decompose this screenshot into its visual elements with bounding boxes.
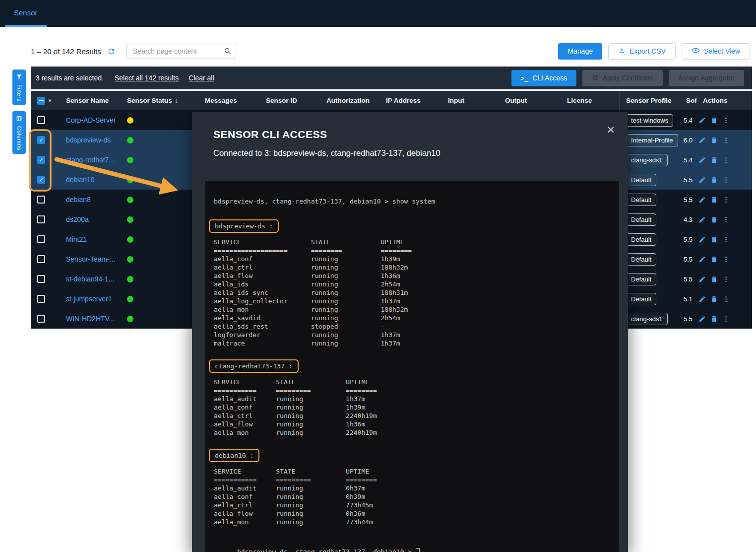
sensor-profile-chip[interactable]: Default <box>626 273 656 285</box>
delete-icon[interactable] <box>710 117 718 124</box>
sensor-name-link[interactable]: ctang-redhat7... <box>66 156 115 164</box>
sensor-name-link[interactable]: bdspreview-ds <box>66 136 111 144</box>
clear-all-link[interactable]: Clear all <box>189 74 214 82</box>
sensor-profile-chip[interactable]: Default <box>626 293 656 305</box>
close-icon[interactable]: ✕ <box>606 125 615 135</box>
manage-button[interactable]: Manage <box>558 43 602 60</box>
column-header-sensor-status[interactable]: Sensor Status↓ <box>121 97 198 104</box>
sensor-profile-chip[interactable]: test-windows <box>626 114 673 127</box>
edit-icon[interactable] <box>698 196 706 204</box>
select-all-link[interactable]: Select all 142 results <box>115 74 179 82</box>
delete-icon[interactable] <box>710 276 718 283</box>
edit-icon[interactable] <box>698 276 706 283</box>
column-header-messages[interactable]: Messages <box>198 97 259 104</box>
more-actions-icon[interactable] <box>722 137 730 144</box>
cli-access-button[interactable]: >_ CLI Access <box>511 70 577 86</box>
column-header-output[interactable]: Output <box>499 97 561 104</box>
column-header-input[interactable]: Input <box>441 97 499 104</box>
delete-icon[interactable] <box>710 236 718 243</box>
sensor-name-link[interactable]: Corp-AD-Server <box>66 116 116 124</box>
sensor-profile-cell: Default <box>619 170 680 190</box>
select-all-checkbox[interactable] <box>37 97 45 105</box>
export-csv-button[interactable]: Export CSV <box>608 43 676 60</box>
edit-icon[interactable] <box>698 295 706 303</box>
row-checkbox[interactable] <box>37 315 45 323</box>
more-actions-icon[interactable] <box>722 176 730 184</box>
sensor-profile-chip[interactable]: ctang-sds1 <box>626 154 668 166</box>
sensor-profile-chip[interactable]: Default <box>626 174 656 186</box>
row-checkbox[interactable] <box>37 255 45 263</box>
sensor-name-link[interactable]: ds200a <box>66 215 89 223</box>
sensor-name-link[interactable]: debian10 <box>66 176 95 184</box>
sensor-name-link[interactable]: debian8 <box>66 196 91 204</box>
cli-terminal[interactable]: bdspreview-ds, ctang-redhat73-137, debia… <box>205 181 619 552</box>
edit-icon[interactable] <box>698 256 706 263</box>
more-actions-icon[interactable] <box>722 256 730 263</box>
edit-icon[interactable] <box>698 315 706 323</box>
refresh-icon[interactable] <box>107 47 116 56</box>
sensor-profile-chip[interactable]: ctang-sds1 <box>626 313 668 325</box>
filters-panel-button[interactable]: Filters <box>12 69 26 105</box>
edit-icon[interactable] <box>698 156 706 164</box>
edit-icon[interactable] <box>698 236 706 243</box>
more-actions-icon[interactable] <box>722 216 730 223</box>
sensor-name-cell: debian10 <box>60 176 121 184</box>
more-actions-icon[interactable] <box>722 156 730 164</box>
checkbox-menu-caret[interactable]: ▾ <box>49 98 51 103</box>
sensor-name-link[interactable]: Sensor-Team-... <box>66 255 116 263</box>
edit-icon[interactable] <box>698 117 706 124</box>
sensor-profile-chip[interactable]: Internal-Profile <box>626 134 678 146</box>
delete-icon[interactable] <box>710 256 718 263</box>
sensor-name-link[interactable]: Mint21 <box>66 235 87 243</box>
column-header-soft[interactable]: Soft <box>680 97 696 104</box>
delete-icon[interactable] <box>710 295 718 303</box>
column-header-sensor-profile[interactable]: Sensor Profile <box>619 91 680 110</box>
more-actions-icon[interactable] <box>722 315 730 323</box>
sensor-name-link[interactable]: WIN-HD2HTV... <box>66 315 115 323</box>
assign-aggregator-button[interactable]: Assign Aggregator <box>669 70 744 86</box>
row-checkbox[interactable]: ✓ <box>37 176 45 184</box>
delete-icon[interactable] <box>710 156 718 164</box>
column-header-sensor-name[interactable]: Sensor Name <box>60 97 121 104</box>
row-checkbox[interactable] <box>37 235 45 243</box>
more-actions-icon[interactable] <box>722 276 730 283</box>
row-checkbox[interactable] <box>37 275 45 283</box>
row-checkbox[interactable] <box>37 196 45 204</box>
search-input[interactable] <box>126 44 236 59</box>
row-checkbox[interactable]: ✓ <box>37 136 45 144</box>
select-view-button[interactable]: Select View <box>682 43 750 60</box>
more-actions-icon[interactable] <box>722 117 730 124</box>
more-actions-icon[interactable] <box>722 295 730 303</box>
columns-panel-button[interactable]: Columns <box>12 111 26 154</box>
edit-icon[interactable] <box>698 176 706 184</box>
search-icon[interactable] <box>224 47 232 57</box>
delete-icon[interactable] <box>710 315 718 323</box>
row-checkbox[interactable] <box>37 215 45 223</box>
sensor-profile-chip[interactable]: Default <box>626 233 656 246</box>
edit-icon[interactable] <box>698 137 706 144</box>
delete-icon[interactable] <box>710 137 718 144</box>
edit-icon[interactable] <box>698 216 706 223</box>
sensor-name-link[interactable]: st-debian94-1... <box>66 275 114 283</box>
column-header-ip-address[interactable]: IP Address <box>379 97 441 104</box>
column-header-actions[interactable]: Actions <box>696 97 752 104</box>
delete-icon[interactable] <box>710 176 718 184</box>
modal-title: SENSOR CLI ACCESS <box>213 129 327 140</box>
sensor-profile-chip[interactable]: Default <box>626 194 656 206</box>
delete-icon[interactable] <box>710 196 718 204</box>
column-header-license[interactable]: License <box>561 97 619 104</box>
column-header-authorization[interactable]: Authorization <box>320 97 379 104</box>
apply-certificate-button[interactable]: ⚙ Apply Certificate <box>582 70 662 86</box>
more-actions-icon[interactable] <box>722 236 730 243</box>
row-checkbox[interactable] <box>37 116 45 124</box>
tab-sensor[interactable]: Sensor <box>5 0 47 27</box>
sensor-name-link[interactable]: st-jumpserver1 <box>66 295 112 303</box>
row-checkbox[interactable]: ✓ <box>37 156 45 164</box>
assign-aggregator-label: Assign Aggregator <box>678 74 735 82</box>
sensor-profile-chip[interactable]: Default <box>626 213 656 226</box>
delete-icon[interactable] <box>710 216 718 223</box>
row-checkbox[interactable] <box>37 295 45 303</box>
more-actions-icon[interactable] <box>722 196 730 204</box>
column-header-sensor-id[interactable]: Sensor ID <box>259 97 320 104</box>
sensor-profile-chip[interactable]: Default <box>626 253 656 266</box>
